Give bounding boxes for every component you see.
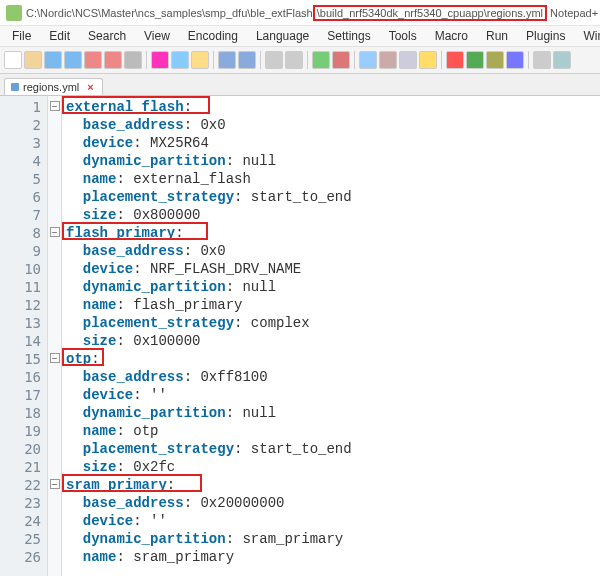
macro-save-icon[interactable]: [506, 51, 524, 69]
fold-spacer: [48, 440, 61, 458]
line-number: 3: [0, 134, 41, 152]
fold-toggle[interactable]: −: [50, 353, 60, 363]
toolbar-separator: [307, 51, 308, 69]
app-icon: [6, 5, 22, 21]
replace-icon[interactable]: [285, 51, 303, 69]
fold-toggle[interactable]: −: [50, 101, 60, 111]
wrap-icon[interactable]: [359, 51, 377, 69]
fold-toggle[interactable]: −: [50, 479, 60, 489]
menu-item-language[interactable]: Language: [248, 27, 317, 45]
fold-spacer: [48, 494, 61, 512]
title-app-name: Notepad+: [547, 7, 598, 19]
paste-icon[interactable]: [191, 51, 209, 69]
code-line[interactable]: size: 0x2fc: [66, 458, 600, 476]
line-number: 5: [0, 170, 41, 188]
menu-item-run[interactable]: Run: [478, 27, 516, 45]
code-line[interactable]: size: 0x100000: [66, 332, 600, 350]
code-line[interactable]: dynamic_partition: null: [66, 152, 600, 170]
line-number: 17: [0, 386, 41, 404]
code-line[interactable]: base_address: 0x0: [66, 116, 600, 134]
func-list-icon[interactable]: [533, 51, 551, 69]
menu-item-view[interactable]: View: [136, 27, 178, 45]
menu-item-macro[interactable]: Macro: [427, 27, 476, 45]
fold-spacer: [48, 188, 61, 206]
window-titlebar: C:\Nordic\NCS\Master\ncs_samples\smp_dfu…: [0, 0, 600, 26]
menu-item-file[interactable]: File: [4, 27, 39, 45]
map-icon[interactable]: [553, 51, 571, 69]
editor-area[interactable]: 1234567891011121314151617181920212223242…: [0, 96, 600, 576]
editor-tab[interactable]: regions.yml ×: [4, 78, 103, 95]
chars-icon[interactable]: [379, 51, 397, 69]
code-line[interactable]: otp:: [66, 350, 600, 368]
code-line[interactable]: name: external_flash: [66, 170, 600, 188]
toolbar-separator: [260, 51, 261, 69]
menu-item-window[interactable]: Window: [575, 27, 600, 45]
code-line[interactable]: sram_primary:: [66, 476, 600, 494]
code-line[interactable]: device: '': [66, 512, 600, 530]
undo-icon[interactable]: [218, 51, 236, 69]
lang-icon[interactable]: [419, 51, 437, 69]
fold-spacer: [48, 278, 61, 296]
code-line[interactable]: device: MX25R64: [66, 134, 600, 152]
line-number: 20: [0, 440, 41, 458]
line-number: 12: [0, 296, 41, 314]
cut-icon[interactable]: [151, 51, 169, 69]
close-icon[interactable]: ×: [87, 81, 93, 93]
code-line[interactable]: name: sram_primary: [66, 548, 600, 566]
macro-run-icon[interactable]: [486, 51, 504, 69]
line-number: 26: [0, 548, 41, 566]
line-number: 9: [0, 242, 41, 260]
open-icon[interactable]: [24, 51, 42, 69]
zoom-in-icon[interactable]: [312, 51, 330, 69]
code-line[interactable]: placement_strategy: start_to_end: [66, 188, 600, 206]
macro-rec-icon[interactable]: [446, 51, 464, 69]
code-line[interactable]: size: 0x800000: [66, 206, 600, 224]
code-line[interactable]: name: flash_primary: [66, 296, 600, 314]
line-number: 11: [0, 278, 41, 296]
line-number: 22: [0, 476, 41, 494]
copy-icon[interactable]: [171, 51, 189, 69]
save-icon[interactable]: [44, 51, 62, 69]
title-path-highlighted: \build_nrf5340dk_nrf5340_cpuapp\regions.…: [313, 5, 547, 21]
fold-spacer: [48, 386, 61, 404]
code-line[interactable]: external_flash:: [66, 98, 600, 116]
line-number: 23: [0, 494, 41, 512]
fold-spacer: [48, 530, 61, 548]
close-icon[interactable]: [84, 51, 102, 69]
code-line[interactable]: dynamic_partition: null: [66, 404, 600, 422]
code-view[interactable]: external_flash: base_address: 0x0 device…: [62, 96, 600, 576]
code-line[interactable]: name: otp: [66, 422, 600, 440]
menu-item-tools[interactable]: Tools: [381, 27, 425, 45]
indent-icon[interactable]: [399, 51, 417, 69]
find-icon[interactable]: [265, 51, 283, 69]
line-number: 16: [0, 368, 41, 386]
fold-toggle[interactable]: −: [50, 227, 60, 237]
menu-item-edit[interactable]: Edit: [41, 27, 78, 45]
redo-icon[interactable]: [238, 51, 256, 69]
code-line[interactable]: base_address: 0x20000000: [66, 494, 600, 512]
menu-item-search[interactable]: Search: [80, 27, 134, 45]
code-line[interactable]: base_address: 0xff8100: [66, 368, 600, 386]
code-line[interactable]: placement_strategy: start_to_end: [66, 440, 600, 458]
code-line[interactable]: device: '': [66, 386, 600, 404]
print-icon[interactable]: [124, 51, 142, 69]
fold-spacer: [48, 170, 61, 188]
code-line[interactable]: dynamic_partition: null: [66, 278, 600, 296]
menu-item-plugins[interactable]: Plugins: [518, 27, 573, 45]
line-number: 15: [0, 350, 41, 368]
menu-item-encoding[interactable]: Encoding: [180, 27, 246, 45]
fold-spacer: [48, 242, 61, 260]
code-line[interactable]: placement_strategy: complex: [66, 314, 600, 332]
new-icon[interactable]: [4, 51, 22, 69]
code-line[interactable]: dynamic_partition: sram_primary: [66, 530, 600, 548]
zoom-out-icon[interactable]: [332, 51, 350, 69]
line-number: 8: [0, 224, 41, 242]
code-line[interactable]: device: NRF_FLASH_DRV_NAME: [66, 260, 600, 278]
macro-play-icon[interactable]: [466, 51, 484, 69]
code-line[interactable]: base_address: 0x0: [66, 242, 600, 260]
save-all-icon[interactable]: [64, 51, 82, 69]
window-title: C:\Nordic\NCS\Master\ncs_samples\smp_dfu…: [26, 7, 598, 19]
code-line[interactable]: flash_primary:: [66, 224, 600, 242]
close-all-icon[interactable]: [104, 51, 122, 69]
menu-item-settings[interactable]: Settings: [319, 27, 378, 45]
